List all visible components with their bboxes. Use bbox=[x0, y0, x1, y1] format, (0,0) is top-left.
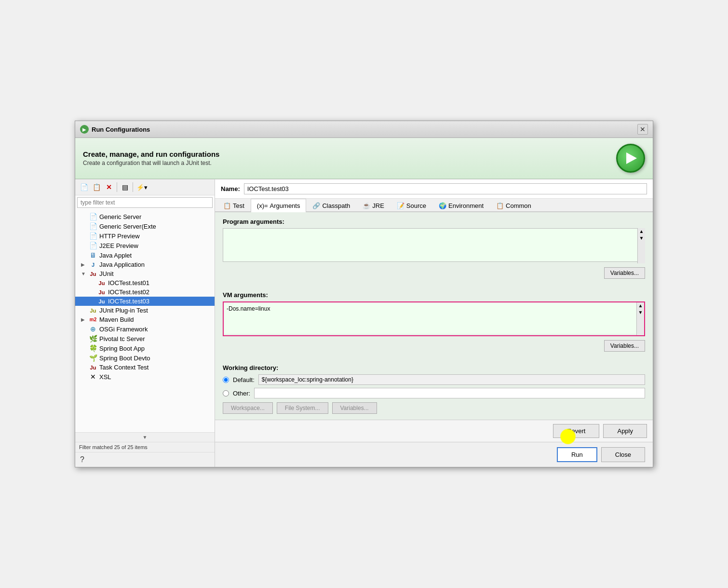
vm-scroll-down[interactable]: ▼ bbox=[637, 309, 644, 316]
other-radio-label[interactable]: Other: bbox=[233, 390, 250, 397]
tab-jre-label: JRE bbox=[372, 202, 384, 209]
tree-item-ioctest01[interactable]: Ju IOCTest.test01 bbox=[75, 278, 215, 287]
tree-item-ioctest02[interactable]: Ju IOCTest.test02 bbox=[75, 287, 215, 297]
vm-scroll-up[interactable]: ▲ bbox=[637, 302, 644, 309]
tab-classpath[interactable]: 🔗 Classpath bbox=[306, 199, 356, 212]
tree-item-label: JUnit Plug-in Test bbox=[99, 307, 148, 314]
close-dialog-button[interactable]: Close bbox=[601, 447, 645, 462]
tree-item-xsl[interactable]: ✕ XSL bbox=[75, 372, 215, 382]
expand-icon: ▶ bbox=[81, 262, 87, 267]
working-dir-section: Working directory: Default: Other: Works… bbox=[223, 364, 645, 414]
tab-source[interactable]: 📝 Source bbox=[391, 199, 432, 212]
tree-item-junit-plugin[interactable]: Ju JUnit Plug-in Test bbox=[75, 306, 215, 315]
filter-input[interactable] bbox=[77, 197, 213, 208]
scroll-down-btn[interactable]: ▼ bbox=[638, 235, 645, 242]
spring-devto-icon: 🌱 bbox=[89, 354, 97, 362]
junit-plugin-icon: Ju bbox=[89, 308, 97, 314]
tree-item-maven[interactable]: ▶ m2 Maven Build bbox=[75, 315, 215, 324]
tree-item-label: J2EE Preview bbox=[99, 242, 138, 249]
applet-icon: 🖥 bbox=[89, 251, 97, 259]
dialog-icon: ▶ bbox=[80, 125, 89, 134]
name-label: Name: bbox=[221, 185, 240, 192]
tree-item-spring-boot[interactable]: 🍀 Spring Boot App bbox=[75, 343, 215, 353]
close-button[interactable]: ✕ bbox=[637, 124, 648, 135]
tree-item-osgi[interactable]: ⊕ OSGi Framework bbox=[75, 324, 215, 334]
bottom-right: Run Close bbox=[557, 447, 645, 462]
run-button[interactable]: Run bbox=[557, 447, 597, 462]
tab-arguments-label: Arguments bbox=[270, 202, 300, 209]
tree-item-http-preview[interactable]: 📄 HTTP Preview bbox=[75, 231, 215, 241]
copy-config-button[interactable]: 📋 bbox=[91, 181, 102, 193]
xsl-icon: ✕ bbox=[89, 373, 97, 381]
tab-environment[interactable]: 🌍 Environment bbox=[432, 199, 490, 212]
run-configurations-dialog: ▶ Run Configurations ✕ Create, manage, a… bbox=[75, 121, 653, 467]
tree-item-label: IOCTest.test01 bbox=[108, 279, 149, 287]
variables-dir-button[interactable]: Variables... bbox=[332, 402, 377, 414]
tree-item-generic-server[interactable]: 📄 Generic Server bbox=[75, 212, 215, 221]
dropdown-icon: ⚡▾ bbox=[136, 184, 148, 191]
tree-item-label: IOCTest.test03 bbox=[108, 298, 149, 305]
test-tab-icon: 📋 bbox=[223, 202, 231, 209]
vm-args-input[interactable]: -Dos.name=linux bbox=[224, 302, 644, 334]
tree-item-j2ee-preview[interactable]: 📄 J2EE Preview bbox=[75, 241, 215, 250]
title-bar-left: ▶ Run Configurations bbox=[80, 125, 150, 134]
config-tree: 📄 Generic Server 📄 Generic Server(Exte 📄… bbox=[75, 210, 215, 432]
tree-item-generic-server-ext[interactable]: 📄 Generic Server(Exte bbox=[75, 221, 215, 231]
scroll-down[interactable]: ▼ bbox=[75, 432, 215, 442]
dialog-title: Run Configurations bbox=[92, 126, 150, 133]
default-radio[interactable] bbox=[223, 377, 229, 383]
dropdown-button[interactable]: ⚡▾ bbox=[135, 182, 149, 192]
apply-button[interactable]: Apply bbox=[603, 424, 647, 438]
tree-item-label: JUnit bbox=[99, 270, 114, 277]
tree-item-pivotal[interactable]: 🌿 Pivotal tc Server bbox=[75, 334, 215, 343]
right-panel: Name: 📋 Test (x)= Arguments 🔗 Classpath bbox=[215, 179, 653, 467]
help-button[interactable]: ? bbox=[75, 452, 215, 467]
revert-button[interactable]: Revert bbox=[553, 424, 599, 438]
program-args-container: ▲ ▼ bbox=[223, 228, 645, 263]
dir-buttons: Workspace... File System... Variables... bbox=[223, 402, 645, 414]
tree-item-label: Generic Server bbox=[99, 213, 141, 220]
tree-item-java-applet[interactable]: 🖥 Java Applet bbox=[75, 250, 215, 260]
server-ext-icon: 📄 bbox=[89, 222, 97, 230]
filter-config-button[interactable]: ▤ bbox=[119, 181, 131, 193]
arguments-content: Program arguments: ▲ ▼ Variables... VM a… bbox=[215, 212, 653, 420]
common-tab-icon: 📋 bbox=[496, 202, 504, 209]
tree-item-label: XSL bbox=[99, 373, 111, 381]
new-config-button[interactable]: 📄 bbox=[78, 181, 90, 193]
tab-common[interactable]: 📋 Common bbox=[490, 199, 538, 212]
tree-item-label: HTTP Preview bbox=[99, 232, 140, 240]
main-content: 📄 📋 ✕ ▤ ⚡▾ 📄 Generic Server bbox=[75, 179, 653, 467]
j2ee-icon: 📄 bbox=[89, 242, 97, 249]
name-row: Name: bbox=[215, 179, 653, 199]
tab-jre[interactable]: ☕ JRE bbox=[356, 199, 391, 212]
vm-variables-button[interactable]: Variables... bbox=[604, 340, 645, 352]
tree-item-ioctest03[interactable]: Ju IOCTest.test03 bbox=[75, 297, 215, 306]
junit-icon: Ju bbox=[89, 271, 97, 277]
other-radio[interactable] bbox=[223, 390, 229, 397]
tab-test[interactable]: 📋 Test bbox=[217, 199, 251, 212]
play-button[interactable] bbox=[616, 144, 645, 173]
default-radio-label[interactable]: Default: bbox=[233, 376, 255, 383]
default-radio-row: Default: bbox=[223, 374, 645, 385]
workspace-button[interactable]: Workspace... bbox=[223, 402, 273, 414]
source-tab-icon: 📝 bbox=[397, 202, 404, 209]
tree-item-spring-devto[interactable]: 🌱 Spring Boot Devto bbox=[75, 353, 215, 363]
default-dir-input[interactable] bbox=[258, 374, 645, 385]
header-title: Create, manage, and run configurations bbox=[83, 150, 219, 158]
left-panel: 📄 📋 ✕ ▤ ⚡▾ 📄 Generic Server bbox=[75, 179, 215, 467]
program-args-input[interactable] bbox=[223, 228, 645, 262]
tab-source-label: Source bbox=[406, 202, 426, 209]
scroll-up-btn[interactable]: ▲ bbox=[638, 228, 645, 235]
config-name-input[interactable] bbox=[244, 183, 647, 194]
tree-item-label: Pivotal tc Server bbox=[99, 335, 145, 342]
classpath-tab-icon: 🔗 bbox=[312, 202, 320, 209]
other-dir-input[interactable] bbox=[254, 388, 645, 398]
tree-item-task-context[interactable]: Ju Task Context Test bbox=[75, 363, 215, 372]
filesystem-button[interactable]: File System... bbox=[277, 402, 328, 414]
program-variables-button[interactable]: Variables... bbox=[604, 267, 645, 279]
tree-item-junit[interactable]: ▼ Ju JUnit bbox=[75, 269, 215, 278]
delete-config-button[interactable]: ✕ bbox=[103, 181, 115, 193]
tree-item-java-application[interactable]: ▶ J Java Application bbox=[75, 260, 215, 269]
bottom-bar: Run Close bbox=[215, 442, 653, 467]
tab-arguments[interactable]: (x)= Arguments bbox=[251, 199, 307, 212]
